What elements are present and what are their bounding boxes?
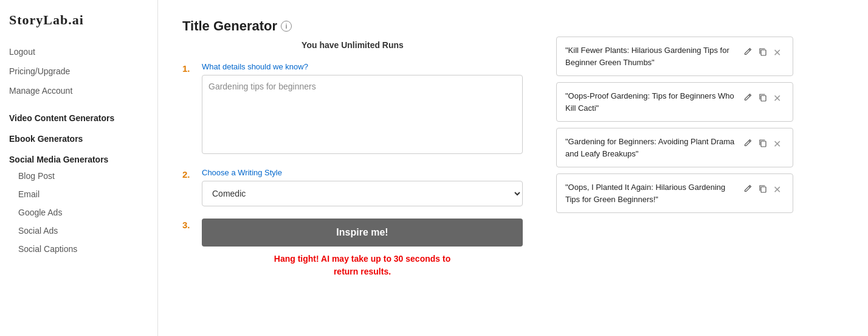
- step-1-row: 1. What details should we know? Gardenin…: [182, 62, 523, 156]
- copy-icon-3[interactable]: [757, 137, 769, 151]
- logout-link[interactable]: Logout: [9, 45, 148, 58]
- copy-icon-2[interactable]: [757, 91, 769, 105]
- svg-rect-2: [761, 141, 766, 147]
- inspire-button[interactable]: Inspire me!: [202, 219, 523, 247]
- unlimited-runs-badge: You have Unlimited Runs: [182, 40, 523, 50]
- logo: StoryLab.ai: [9, 12, 148, 28]
- result-card-3: "Gardening for Beginners: Avoiding Plant…: [556, 128, 793, 167]
- step-2-label: Choose a Writing Style: [202, 168, 523, 177]
- result-card-4: "Oops, I Planted It Again: Hilarious Gar…: [556, 173, 793, 213]
- sidebar: StoryLab.ai Logout Pricing/Upgrade Manag…: [0, 0, 158, 336]
- result-actions-3: ✕: [742, 136, 784, 151]
- step-1-content: What details should we know? Gardening t…: [202, 62, 523, 156]
- step-3-content: Inspire me! Hang tight! AI may take up t…: [202, 219, 523, 278]
- step-3-number: 3.: [182, 219, 195, 230]
- manage-account-link[interactable]: Manage Account: [9, 84, 148, 97]
- svg-rect-0: [761, 50, 766, 55]
- page-title-row: Title Generator i: [182, 18, 523, 34]
- main-content: Title Generator i You have Unlimited Run…: [158, 0, 547, 336]
- step-2-content: Choose a Writing Style Comedic Professio…: [202, 168, 523, 206]
- google-ads-link[interactable]: Google Ads: [9, 206, 148, 219]
- result-text-3: "Gardening for Beginners: Avoiding Plant…: [565, 136, 737, 159]
- page-title: Title Generator: [182, 18, 277, 34]
- results-panel: "Kill Fewer Plants: Hilarious Gardening …: [547, 0, 802, 336]
- social-media-generators-header[interactable]: Social Media Generators: [9, 155, 148, 164]
- details-input[interactable]: Gardening tips for beginners: [202, 75, 523, 154]
- step-3-row: 3. Inspire me! Hang tight! AI may take u…: [182, 219, 523, 278]
- close-icon-3[interactable]: ✕: [772, 137, 782, 151]
- hang-tight-message: Hang tight! AI may take up to 30 seconds…: [202, 253, 523, 278]
- step-2-row: 2. Choose a Writing Style Comedic Profes…: [182, 168, 523, 206]
- result-text-2: "Oops-Proof Gardening: Tips for Beginner…: [565, 90, 737, 114]
- result-text-4: "Oops, I Planted It Again: Hilarious Gar…: [565, 181, 737, 205]
- edit-icon-4[interactable]: [742, 183, 754, 197]
- result-card-2: "Oops-Proof Gardening: Tips for Beginner…: [556, 82, 793, 122]
- svg-rect-3: [761, 187, 766, 192]
- video-content-generators-header[interactable]: Video Content Generators: [9, 113, 148, 123]
- copy-icon-1[interactable]: [757, 46, 769, 60]
- close-icon-2[interactable]: ✕: [772, 91, 782, 105]
- ebook-generators-header[interactable]: Ebook Generators: [9, 134, 148, 144]
- info-icon[interactable]: i: [281, 21, 292, 32]
- result-actions-4: ✕: [742, 181, 784, 197]
- step-2-number: 2.: [182, 168, 195, 180]
- step-1-number: 1.: [182, 62, 195, 74]
- close-icon-4[interactable]: ✕: [772, 183, 782, 197]
- svg-rect-1: [761, 96, 766, 101]
- email-link[interactable]: Email: [9, 187, 148, 201]
- result-actions-2: ✕: [742, 90, 784, 105]
- result-card-1: "Kill Fewer Plants: Hilarious Gardening …: [556, 37, 793, 76]
- close-icon-1[interactable]: ✕: [772, 46, 782, 60]
- social-ads-link[interactable]: Social Ads: [9, 224, 148, 237]
- edit-icon-3[interactable]: [742, 137, 754, 151]
- blog-post-link[interactable]: Blog Post: [9, 169, 148, 183]
- copy-icon-4[interactable]: [757, 183, 769, 197]
- social-captions-link[interactable]: Social Captions: [9, 242, 148, 256]
- writing-style-select[interactable]: Comedic Professional Casual Inspirationa…: [202, 181, 523, 206]
- edit-icon-1[interactable]: [742, 46, 754, 60]
- result-text-1: "Kill Fewer Plants: Hilarious Gardening …: [565, 44, 737, 68]
- pricing-link[interactable]: Pricing/Upgrade: [9, 65, 148, 78]
- edit-icon-2[interactable]: [742, 91, 754, 105]
- step-1-label: What details should we know?: [202, 62, 523, 71]
- result-actions-1: ✕: [742, 44, 784, 60]
